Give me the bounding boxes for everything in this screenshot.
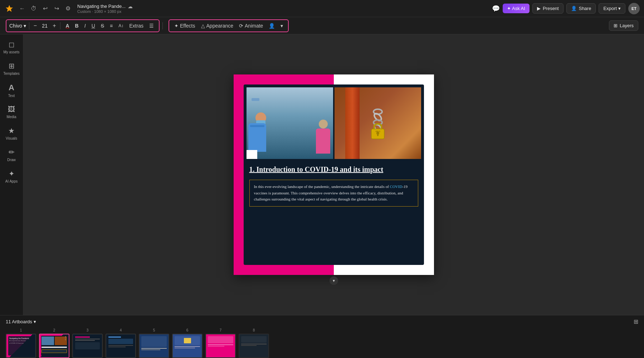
font-family-chevron-icon: ▾	[24, 23, 26, 29]
thumb-img-6[interactable]	[172, 334, 203, 358]
slide-images: ABUS	[247, 87, 421, 159]
thumbnail-6[interactable]: 6	[172, 328, 203, 358]
history-button[interactable]: ⏱	[29, 4, 39, 14]
artboards-chevron-icon[interactable]: ▾	[34, 319, 36, 324]
svg-rect-8	[377, 134, 379, 136]
thumbnail-7[interactable]: 7	[205, 328, 236, 358]
svg-text:ABUS: ABUS	[375, 130, 380, 132]
artboards-label: 11 Artboards ▾	[6, 319, 36, 324]
sidebar-item-templates[interactable]: ⊞ Templates	[1, 59, 22, 79]
separator	[162, 22, 163, 29]
decrease-font-button[interactable]: −	[32, 22, 38, 30]
align-button[interactable]: ≡	[108, 21, 115, 30]
thumb-img-4[interactable]	[106, 334, 136, 358]
thumb-img-5[interactable]	[139, 334, 169, 358]
sidebar-item-ai-apps[interactable]: ✦ AI Apps	[1, 166, 22, 187]
grid-icon[interactable]: ⊞	[634, 318, 638, 325]
increase-font-button[interactable]: +	[51, 22, 57, 30]
sidebar-item-label-my-assets: My assets	[3, 50, 19, 54]
text-spacing-button[interactable]: A↕	[116, 22, 126, 30]
slide-image-left[interactable]	[247, 87, 333, 159]
font-color-button[interactable]: A	[63, 21, 71, 30]
canvas-container: ABUS 1. Introduction to COVID-19 and its…	[234, 74, 434, 275]
font-color-icon: A	[65, 23, 69, 29]
avatar: ET	[628, 3, 640, 14]
slide-body-text: In this ever-evolving landscape of the p…	[254, 184, 390, 189]
effects-group: ✦ Effects △ Appearance ⟳ Animate 👤 ▾	[169, 19, 289, 32]
thumb-img-7[interactable]	[205, 334, 236, 358]
extras-button[interactable]: Extras	[127, 21, 146, 30]
more-options-button[interactable]: ☰	[147, 21, 156, 30]
text-chevron-button[interactable]: ▾	[278, 21, 285, 30]
appearance-icon: △	[201, 23, 205, 29]
thumbnail-4[interactable]: 4	[106, 328, 136, 358]
spacing-icon: A↕	[118, 23, 123, 28]
effects-icon: ✦	[174, 23, 179, 29]
sidebar-item-label-visuals: Visuals	[6, 136, 17, 141]
settings-button[interactable]: ⚙	[63, 4, 73, 14]
slide-body-highlight: COVID	[390, 184, 402, 189]
thumb-img-1[interactable]: Navigating the PandemicA Comprehensive R…	[6, 334, 36, 358]
font-family-value: Chivo	[9, 23, 22, 29]
sidebar-item-label-templates: Templates	[3, 72, 20, 76]
share-icon: 👤	[571, 6, 577, 11]
chat-icon[interactable]: 💬	[492, 5, 500, 13]
thumbnail-2[interactable]: 2 ⋮	[39, 328, 69, 358]
back-button[interactable]: ←	[17, 4, 27, 14]
thumb-img-2[interactable]: ⋮	[39, 334, 69, 358]
bottom-strip: 11 Artboards ▾ ⊞ 1 Navigating the Pandem…	[0, 315, 644, 358]
sidebar-item-visuals[interactable]: ★ Visuals	[1, 124, 22, 144]
app-logo	[4, 4, 14, 14]
layers-icon: ⊞	[614, 23, 618, 28]
sidebar-item-media[interactable]: 🖼 Media	[1, 102, 22, 122]
thumb-img-8[interactable]	[239, 334, 269, 358]
sidebar-item-draw[interactable]: ✏ Draw	[1, 145, 22, 165]
appearance-button[interactable]: △ Appearance	[199, 21, 236, 30]
slide-image-right[interactable]: ABUS	[335, 87, 421, 159]
present-button[interactable]: ▶ ▶ Present Present	[532, 3, 564, 14]
slide-text-box[interactable]: In this ever-evolving landscape of the p…	[249, 180, 418, 207]
italic-button[interactable]: I	[82, 21, 88, 30]
sidebar-item-my-assets[interactable]: ◻ My assets	[1, 37, 22, 57]
ai-apps-icon: ✦	[9, 169, 15, 178]
main-layout: ◻ My assets ⊞ Templates A Text 🖼 Media ★…	[0, 34, 644, 315]
my-assets-icon: ◻	[9, 40, 15, 49]
thumbnail-5[interactable]: 5	[139, 328, 169, 358]
effects-button[interactable]: ✦ Effects	[172, 21, 197, 30]
sidebar-item-text[interactable]: A Text	[1, 80, 22, 101]
visuals-icon: ★	[8, 126, 15, 135]
slide-dark-card: ABUS 1. Introduction to COVID-19 and its…	[244, 84, 424, 265]
canvas-expand-button[interactable]: ▾	[330, 276, 338, 285]
font-family-select[interactable]: Chivo ▾	[9, 23, 26, 29]
thumbnail-1[interactable]: 1 Navigating the PandemicA Comprehensive…	[6, 328, 36, 358]
redo-button[interactable]: ↪	[52, 4, 62, 14]
text-icon: A	[9, 83, 14, 92]
strikethrough-button[interactable]: S	[99, 21, 106, 30]
thumbnail-8[interactable]: 8	[239, 328, 269, 358]
export-chevron-icon: ▾	[618, 6, 621, 11]
layers-button[interactable]: ⊞ Layers	[609, 20, 638, 31]
top-bar: ← ⏱ ↩ ↪ ⚙ Navigating the Pande... ☁ Cust…	[0, 0, 644, 17]
export-button[interactable]: Export ▾	[599, 3, 625, 14]
thumbnail-3[interactable]: 3	[72, 328, 103, 358]
divider-2	[60, 22, 60, 29]
bold-button[interactable]: B	[73, 21, 81, 30]
share-button[interactable]: 👤 Share	[566, 3, 596, 14]
document-subtitle: Custom · 1080 × 1080 px	[77, 9, 133, 14]
thumb-menu-icon[interactable]: ⋮	[63, 335, 68, 341]
animate-button[interactable]: ⟳ Animate	[237, 21, 265, 30]
sidebar-item-label-media: Media	[6, 115, 16, 119]
sidebar-item-label-ai-apps: AI Apps	[5, 179, 18, 184]
underline-button[interactable]: U	[89, 21, 97, 30]
font-controls-group: Chivo ▾ − 21 + A B I U S ≡ A↕ Extras ☰	[6, 19, 160, 32]
font-size-value: 21	[40, 23, 49, 29]
font-size-group: − 21 +	[32, 22, 58, 30]
text-toolbar: Chivo ▾ − 21 + A B I U S ≡ A↕ Extras ☰ ✦…	[0, 17, 644, 34]
ask-ai-button[interactable]: ✦ Ask AI	[503, 4, 530, 13]
thumbnails-row: 1 Navigating the PandemicA Comprehensive…	[0, 328, 644, 358]
undo-button[interactable]: ↩	[40, 4, 50, 14]
slide[interactable]: ABUS 1. Introduction to COVID-19 and its…	[234, 74, 434, 275]
thumb-img-3[interactable]	[72, 334, 103, 358]
top-bar-actions: 💬 ✦ Ask AI ▶ ▶ Present Present 👤 Share E…	[492, 3, 640, 14]
text-style-button[interactable]: 👤	[267, 21, 277, 30]
